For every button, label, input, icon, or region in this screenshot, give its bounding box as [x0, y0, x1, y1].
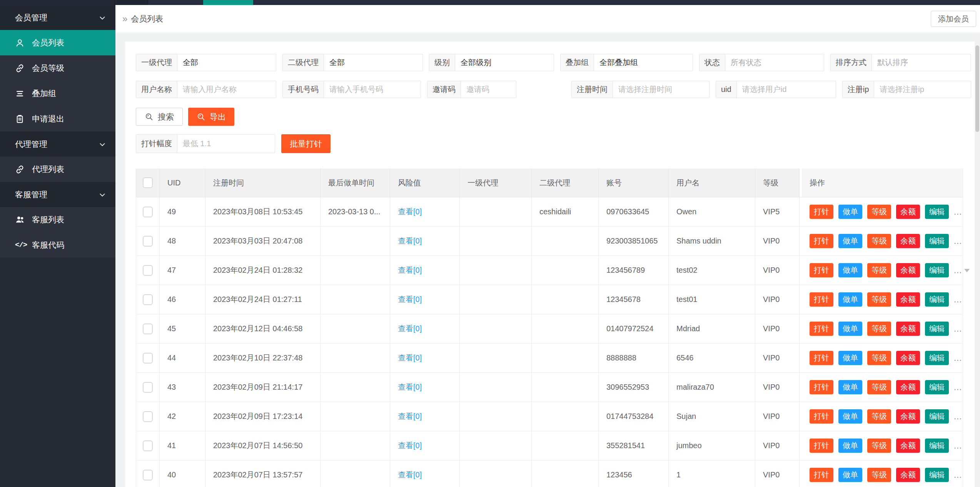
username-input[interactable]: [177, 81, 276, 98]
action-balance-button[interactable]: 余额: [896, 234, 920, 248]
action-balance-button[interactable]: 余额: [896, 439, 920, 453]
action-order-button[interactable]: 做单: [838, 351, 862, 365]
invite-code-input[interactable]: [461, 81, 516, 98]
risk-view-link[interactable]: 查看[0]: [398, 470, 422, 480]
action-edit-button[interactable]: 编辑: [925, 409, 949, 424]
action-edit-button[interactable]: 编辑: [925, 380, 949, 394]
risk-view-link[interactable]: 查看[0]: [398, 324, 422, 334]
action-balance-button[interactable]: 余额: [896, 263, 920, 277]
action-order-button[interactable]: 做单: [838, 439, 862, 453]
sidebar-group-service-management[interactable]: 客服管理: [0, 182, 115, 207]
action-balance-button[interactable]: 余额: [896, 351, 920, 365]
sidebar-item-member-list[interactable]: 会员列表: [0, 30, 115, 55]
action-inject-button[interactable]: 打针: [810, 380, 833, 394]
more-actions-button[interactable]: ...: [954, 207, 962, 217]
more-actions-button[interactable]: ...: [954, 412, 962, 422]
risk-view-link[interactable]: 查看[0]: [398, 236, 422, 246]
risk-view-link[interactable]: 查看[0]: [398, 353, 422, 363]
filter-overlay-group-select[interactable]: 叠加组 全部叠加组: [560, 54, 693, 71]
filter-sort-select[interactable]: 排序方式 默认排序: [830, 54, 971, 71]
action-level-button[interactable]: 等级: [867, 351, 891, 365]
more-actions-button[interactable]: ...: [954, 324, 962, 334]
sidebar-item-service-list[interactable]: 客服列表: [0, 207, 115, 232]
action-edit-button[interactable]: 编辑: [925, 322, 949, 336]
action-balance-button[interactable]: 余额: [896, 205, 920, 219]
more-actions-button[interactable]: ...: [954, 265, 962, 275]
scrollbar-thumb[interactable]: [975, 45, 979, 132]
action-edit-button[interactable]: 编辑: [925, 234, 949, 248]
row-checkbox[interactable]: [143, 411, 153, 422]
action-level-button[interactable]: 等级: [867, 263, 891, 277]
row-checkbox[interactable]: [143, 294, 153, 305]
action-level-button[interactable]: 等级: [867, 439, 891, 453]
select-all-checkbox[interactable]: [143, 177, 153, 188]
inject-amplitude-input[interactable]: [177, 135, 275, 153]
more-actions-button[interactable]: ...: [954, 236, 962, 246]
action-order-button[interactable]: 做单: [838, 322, 862, 336]
action-inject-button[interactable]: 打针: [810, 234, 833, 248]
reg-time-input[interactable]: [613, 81, 709, 98]
action-inject-button[interactable]: 打针: [810, 263, 833, 277]
add-member-button[interactable]: 添加会员: [931, 11, 976, 27]
more-actions-button[interactable]: ...: [954, 353, 962, 363]
action-balance-button[interactable]: 余额: [896, 409, 920, 424]
sidebar-item-agent-list[interactable]: 代理列表: [0, 157, 115, 182]
action-level-button[interactable]: 等级: [867, 409, 891, 424]
action-edit-button[interactable]: 编辑: [925, 439, 949, 453]
action-order-button[interactable]: 做单: [838, 205, 862, 219]
action-inject-button[interactable]: 打针: [810, 468, 833, 482]
sidebar-group-agent-management[interactable]: 代理管理: [0, 132, 115, 157]
action-order-button[interactable]: 做单: [838, 380, 862, 394]
action-balance-button[interactable]: 余额: [896, 292, 920, 307]
sidebar-item-member-level[interactable]: 会员等级: [0, 55, 115, 81]
more-actions-button[interactable]: ...: [954, 470, 962, 480]
risk-view-link[interactable]: 查看[0]: [398, 440, 422, 451]
action-inject-button[interactable]: 打针: [810, 439, 833, 453]
action-inject-button[interactable]: 打针: [810, 409, 833, 424]
topbar-tab[interactable]: [116, 0, 148, 5]
action-edit-button[interactable]: 编辑: [925, 351, 949, 365]
action-inject-button[interactable]: 打针: [810, 292, 833, 307]
filter-agent1-select[interactable]: 一级代理 全部: [136, 54, 276, 71]
action-level-button[interactable]: 等级: [867, 468, 891, 482]
action-edit-button[interactable]: 编辑: [925, 468, 949, 482]
sidebar-item-overlay-group[interactable]: 叠加组: [0, 81, 115, 106]
reg-ip-input[interactable]: [874, 81, 971, 98]
action-order-button[interactable]: 做单: [838, 234, 862, 248]
phone-input[interactable]: [324, 81, 421, 98]
action-edit-button[interactable]: 编辑: [925, 292, 949, 307]
search-button[interactable]: 搜索: [136, 108, 183, 126]
row-checkbox[interactable]: [143, 236, 153, 247]
action-balance-button[interactable]: 余额: [896, 380, 920, 394]
action-order-button[interactable]: 做单: [838, 292, 862, 307]
action-level-button[interactable]: 等级: [867, 234, 891, 248]
action-inject-button[interactable]: 打针: [810, 322, 833, 336]
action-edit-button[interactable]: 编辑: [925, 263, 949, 277]
action-inject-button[interactable]: 打针: [810, 205, 833, 219]
row-checkbox[interactable]: [143, 207, 153, 217]
action-inject-button[interactable]: 打针: [810, 351, 833, 365]
action-balance-button[interactable]: 余额: [896, 468, 920, 482]
export-button[interactable]: 导出: [188, 108, 234, 126]
risk-view-link[interactable]: 查看[0]: [398, 265, 422, 275]
action-edit-button[interactable]: 编辑: [925, 205, 949, 219]
row-checkbox[interactable]: [143, 382, 153, 393]
filter-status-select[interactable]: 状态 所有状态: [699, 54, 824, 71]
filter-level-select[interactable]: 级别 全部级别: [429, 54, 554, 71]
risk-view-link[interactable]: 查看[0]: [398, 294, 422, 305]
risk-view-link[interactable]: 查看[0]: [398, 207, 422, 217]
vertical-scrollbar[interactable]: [975, 33, 980, 487]
filter-agent2-select[interactable]: 二级代理 全部: [282, 54, 423, 71]
topbar-active-tab[interactable]: [203, 0, 253, 5]
more-actions-button[interactable]: ...: [954, 441, 962, 451]
risk-view-link[interactable]: 查看[0]: [398, 382, 422, 392]
action-level-button[interactable]: 等级: [867, 380, 891, 394]
row-checkbox[interactable]: [143, 470, 153, 480]
action-order-button[interactable]: 做单: [838, 263, 862, 277]
row-checkbox[interactable]: [143, 265, 153, 276]
action-level-button[interactable]: 等级: [867, 205, 891, 219]
risk-view-link[interactable]: 查看[0]: [398, 411, 422, 422]
row-checkbox[interactable]: [143, 440, 153, 451]
more-actions-button[interactable]: ...: [954, 295, 962, 305]
uid-input[interactable]: [737, 81, 836, 98]
